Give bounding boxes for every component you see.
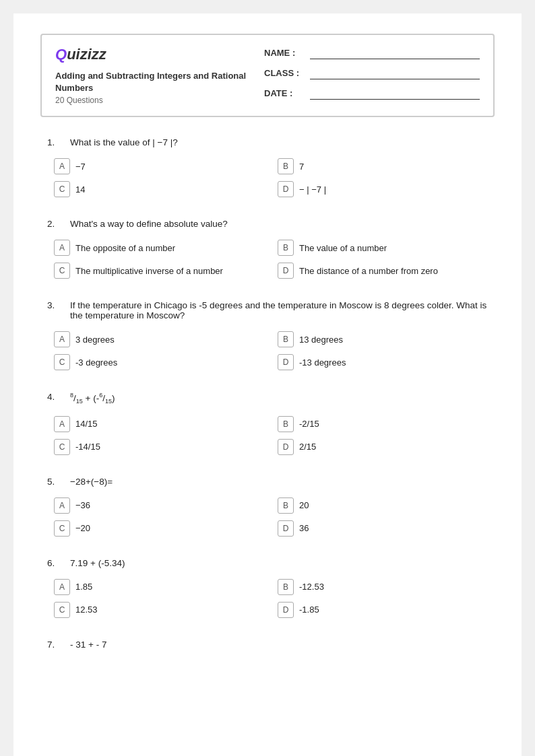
answer-1c: C 14: [54, 181, 264, 197]
answer-letter-6d: D: [278, 602, 294, 618]
question-block-1: 1. What is the value of | −7 |? A −7 B 7…: [47, 137, 488, 197]
question-content-6: 7.19 + (-5.34): [70, 558, 125, 568]
answer-text-6a: 1.85: [75, 582, 92, 592]
question-num-3: 3.: [47, 300, 63, 320]
question-num-7: 7.: [47, 640, 63, 650]
question-block-3: 3. If the temperature in Chicago is -5 d…: [47, 300, 488, 370]
answer-letter-3c: C: [54, 354, 70, 370]
answer-4a: A 14/15: [54, 416, 264, 432]
answer-letter-1c: C: [54, 181, 70, 197]
answer-6a: A 1.85: [54, 579, 264, 595]
answer-letter-6b: B: [278, 579, 294, 595]
answer-5c: C −20: [54, 520, 264, 537]
answer-letter-1b: B: [278, 158, 294, 174]
answer-text-1a: −7: [75, 162, 86, 172]
answer-letter-5d: D: [278, 520, 294, 537]
question-content-7: - 31 + - 7: [70, 640, 106, 650]
answer-text-5a: −36: [75, 500, 90, 510]
question-num-6: 6.: [47, 558, 63, 568]
question-text-7: 7. - 31 + - 7: [47, 640, 488, 650]
class-label: CLASS :: [264, 68, 305, 78]
answer-text-4b: -2/15: [299, 419, 319, 429]
answer-letter-4d: D: [278, 439, 294, 455]
answer-6b: B -12.53: [278, 579, 488, 595]
header-right: NAME : CLASS : DATE :: [264, 46, 480, 100]
answer-letter-3b: B: [278, 331, 294, 347]
answer-3c: C -3 degrees: [54, 354, 264, 370]
question-content-2: What's a way to define absolute value?: [70, 219, 228, 229]
question-num-4: 4.: [47, 392, 63, 405]
answer-text-5c: −20: [75, 523, 90, 533]
answer-2b: B The value of a number: [278, 240, 488, 256]
question-num-1: 1.: [47, 137, 63, 147]
question-num-5: 5.: [47, 477, 63, 487]
question-block-2: 2. What's a way to define absolute value…: [47, 219, 488, 279]
answer-2c: C The multiplicative inverse of a number: [54, 263, 264, 279]
answer-1a: A −7: [54, 158, 264, 174]
answer-5b: B 20: [278, 497, 488, 514]
answer-6d: D -1.85: [278, 602, 488, 618]
question-block-4: 4. 8/15 + (-6/15) A 14/15 B -2/15 C -14/…: [47, 392, 488, 454]
answer-letter-6a: A: [54, 579, 70, 595]
answer-letter-6c: C: [54, 602, 70, 618]
answer-text-4a: 14/15: [75, 419, 98, 429]
answer-2a: A The opposite of a number: [54, 240, 264, 256]
answer-text-3d: -13 degrees: [299, 357, 346, 368]
answer-text-3b: 13 degrees: [299, 335, 343, 345]
question-content-4: 8/15 + (-6/15): [70, 392, 115, 405]
question-text-5: 5. −28+(−8)=: [47, 477, 488, 487]
answer-text-3c: -3 degrees: [75, 357, 117, 368]
page: Q uizizz Adding and Subtracting Integers…: [13, 13, 522, 756]
answers-grid-4: A 14/15 B -2/15 C -14/15 D 2/15: [47, 416, 488, 455]
answer-letter-5a: A: [54, 497, 70, 514]
question-text-4: 4. 8/15 + (-6/15): [47, 392, 488, 405]
answer-text-6b: -12.53: [299, 582, 324, 592]
question-text-1: 1. What is the value of | −7 |?: [47, 137, 488, 147]
answer-text-2a: The opposite of a number: [75, 243, 175, 253]
answers-grid-5: A −36 B 20 C −20 D 36: [47, 497, 488, 537]
answer-text-4d: 2/15: [299, 442, 316, 452]
question-text-2: 2. What's a way to define absolute value…: [47, 219, 488, 229]
answer-letter-5b: B: [278, 497, 294, 514]
answer-letter-2d: D: [278, 263, 294, 279]
question-block-5: 5. −28+(−8)= A −36 B 20 C −20 D 36: [47, 477, 488, 537]
answer-letter-4a: A: [54, 416, 70, 432]
answer-text-2c: The multiplicative inverse of a number: [75, 266, 223, 276]
answer-1d: D − | −7 |: [278, 181, 488, 197]
answer-text-1d: − | −7 |: [299, 184, 326, 195]
answer-text-5d: 36: [299, 523, 309, 533]
answer-4c: C -14/15: [54, 439, 264, 455]
answer-5d: D 36: [278, 520, 488, 537]
class-line: [310, 66, 480, 79]
answer-1b: B 7: [278, 158, 488, 174]
answer-5a: A −36: [54, 497, 264, 514]
answer-text-3a: 3 degrees: [75, 335, 115, 345]
date-label: DATE :: [264, 88, 305, 98]
answers-grid-1: A −7 B 7 C 14 D − | −7 |: [47, 158, 488, 197]
answers-grid-6: A 1.85 B -12.53 C 12.53 D -1.85: [47, 579, 488, 618]
answer-3d: D -13 degrees: [278, 354, 488, 370]
quiz-count: 20 Questions: [55, 96, 264, 105]
question-block-7: 7. - 31 + - 7: [47, 640, 488, 650]
answer-3b: B 13 degrees: [278, 331, 488, 347]
answer-letter-3a: A: [54, 331, 70, 347]
answer-3a: A 3 degrees: [54, 331, 264, 347]
question-content-5: −28+(−8)=: [70, 477, 113, 487]
header-left: Q uizizz Adding and Subtracting Integers…: [55, 46, 264, 105]
answer-letter-2b: B: [278, 240, 294, 256]
answer-text-2d: The distance of a number from zero: [299, 266, 438, 276]
question-block-6: 6. 7.19 + (-5.34) A 1.85 B -12.53 C 12.5…: [47, 558, 488, 618]
question-text-6: 6. 7.19 + (-5.34): [47, 558, 488, 568]
answer-text-6d: -1.85: [299, 605, 319, 615]
quiz-title: Adding and Subtracting Integers and Rati…: [55, 70, 264, 94]
answer-letter-3d: D: [278, 354, 294, 370]
answer-4b: B -2/15: [278, 416, 488, 432]
question-text-3: 3. If the temperature in Chicago is -5 d…: [47, 300, 488, 320]
header-box: Q uizizz Adding and Subtracting Integers…: [40, 34, 495, 117]
logo-rest: uizizz: [67, 46, 106, 63]
question-content-3: If the temperature in Chicago is -5 degr…: [70, 300, 488, 320]
answer-text-1b: 7: [299, 162, 304, 172]
answer-text-6c: 12.53: [75, 605, 98, 615]
answer-letter-1a: A: [54, 158, 70, 174]
name-field-row: NAME :: [264, 46, 480, 59]
